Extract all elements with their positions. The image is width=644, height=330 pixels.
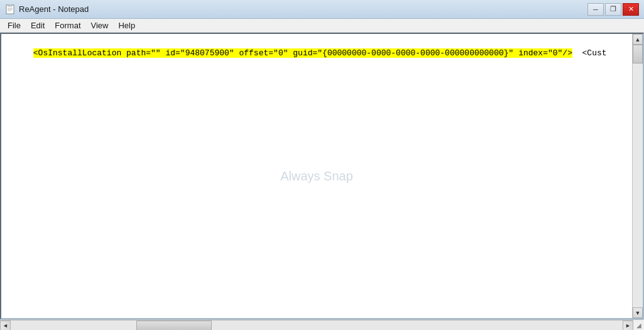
- editor-text[interactable]: <OsInstallLocation path="" id="948075900…: [4, 36, 630, 316]
- bottom-bar: ◄ ► ◢: [0, 319, 644, 330]
- scroll-track-vertical[interactable]: [633, 45, 643, 307]
- close-button[interactable]: ✕: [623, 3, 639, 16]
- scroll-up-button[interactable]: ▲: [633, 34, 643, 45]
- scroll-right-button[interactable]: ►: [623, 321, 633, 331]
- scroll-thumb-horizontal[interactable]: [136, 321, 212, 331]
- menu-file[interactable]: File: [3, 19, 26, 32]
- scroll-thumb-vertical[interactable]: [633, 45, 643, 63]
- title-bar: ReAgent - Notepad ─ ❐ ✕: [0, 0, 644, 19]
- resize-grip[interactable]: ◢: [633, 320, 644, 331]
- window-controls: ─ ❐ ✕: [587, 3, 639, 16]
- notepad-icon: [5, 4, 15, 14]
- minimize-button[interactable]: ─: [587, 3, 604, 16]
- editor-container: <OsInstallLocation path="" id="948075900…: [0, 33, 644, 319]
- restore-button[interactable]: ❐: [605, 3, 621, 16]
- menu-bar: File Edit Format View Help: [0, 19, 644, 33]
- menu-edit[interactable]: Edit: [26, 19, 50, 32]
- window-title: ReAgent - Notepad: [19, 4, 89, 14]
- scroll-down-button[interactable]: ▼: [633, 307, 643, 318]
- scrollbar-horizontal: ◄ ►: [0, 320, 633, 331]
- scrollbar-vertical: ▲ ▼: [632, 34, 643, 318]
- scroll-left-button[interactable]: ◄: [0, 321, 11, 331]
- menu-format[interactable]: Format: [50, 19, 85, 32]
- title-bar-left: ReAgent - Notepad: [5, 4, 89, 14]
- editor-content[interactable]: <OsInstallLocation path="" id="948075900…: [1, 34, 632, 318]
- svg-rect-1: [8, 4, 12, 6]
- highlighted-text: <OsInstallLocation path="" id="948075900…: [33, 48, 572, 58]
- continuation-text: <Cust: [572, 48, 607, 58]
- scroll-track-horizontal[interactable]: [11, 321, 623, 331]
- menu-help[interactable]: Help: [113, 19, 140, 32]
- menu-view[interactable]: View: [86, 19, 114, 32]
